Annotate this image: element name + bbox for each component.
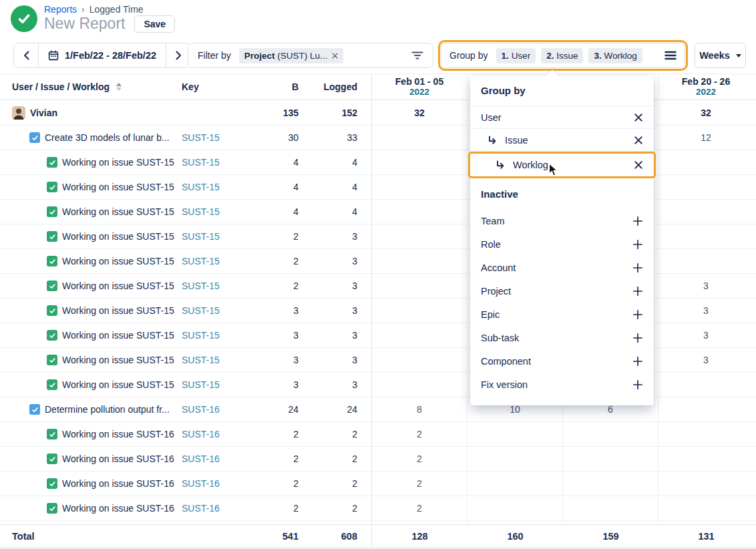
remove-group-icon[interactable] (634, 136, 643, 145)
issue-key-link[interactable]: SUST-16 (182, 503, 220, 514)
group-by-inactive-fix-version[interactable]: Fix version (470, 373, 654, 396)
week-value-cell[interactable]: 3 (658, 323, 753, 347)
issue-key-link[interactable]: SUST-15 (182, 157, 220, 168)
issue-key-link[interactable]: SUST-15 (182, 206, 220, 217)
week-value-cell[interactable]: 2 (371, 422, 467, 446)
sort-icon[interactable] (116, 83, 122, 91)
add-group-icon[interactable] (632, 239, 643, 250)
week-value-cell[interactable] (371, 274, 467, 298)
group-by-active-worklog[interactable]: Worklog (470, 154, 654, 176)
previous-period-button[interactable] (14, 43, 38, 67)
week-value-cell[interactable] (467, 496, 562, 520)
group-by-inactive-epic[interactable]: Epic (470, 303, 654, 326)
group-by-active-user[interactable]: User (470, 106, 654, 129)
period-granularity-select[interactable]: Weeks (695, 43, 746, 68)
remove-filter-icon[interactable] (332, 53, 338, 59)
week-value-cell[interactable] (658, 397, 753, 421)
week-value-cell[interactable] (658, 175, 753, 199)
week-value-cell[interactable] (371, 224, 467, 248)
group-by-active-issue[interactable]: Issue (470, 129, 654, 152)
next-period-button[interactable] (166, 43, 190, 67)
issue-key-link[interactable]: SUST-15 (182, 355, 220, 365)
week-value-cell[interactable] (371, 126, 467, 150)
filter-options-button[interactable] (411, 51, 423, 60)
add-group-icon[interactable] (632, 286, 643, 297)
add-group-icon[interactable] (632, 356, 643, 367)
group-by-inactive-account[interactable]: Account (470, 256, 654, 279)
issue-key-link[interactable]: SUST-15 (182, 330, 220, 341)
group-chip-user[interactable]: 1. User (496, 48, 536, 63)
week-value-cell[interactable] (371, 175, 467, 199)
column-header-logged[interactable]: Logged (299, 74, 357, 100)
week-value-cell[interactable]: 3 (658, 299, 753, 323)
table-row[interactable]: Working on issue SUST-16SUST-16222 (0, 422, 756, 447)
issue-key-link[interactable]: SUST-16 (182, 404, 220, 415)
week-value-cell[interactable] (371, 150, 467, 174)
week-value-cell[interactable] (658, 447, 753, 471)
table-row[interactable]: Working on issue SUST-16SUST-16222 (0, 496, 756, 521)
group-chip-worklog[interactable]: 3. Worklog (588, 48, 642, 63)
breadcrumb-reports-link[interactable]: Reports (44, 4, 77, 15)
week-value-cell[interactable] (467, 472, 562, 496)
save-button[interactable]: Save (134, 15, 175, 33)
group-by-inactive-project[interactable]: Project (470, 279, 654, 303)
week-value-cell[interactable] (562, 496, 658, 520)
week-value-cell[interactable] (658, 200, 753, 224)
issue-key-link[interactable]: SUST-15 (182, 182, 220, 192)
add-group-icon[interactable] (632, 333, 643, 343)
date-range-button[interactable]: 1/Feb/22 - 28/Feb/22 (38, 43, 166, 67)
week-value-cell[interactable]: 32 (371, 101, 467, 125)
week-value-cell[interactable] (467, 447, 562, 471)
issue-key-link[interactable]: SUST-15 (182, 281, 220, 291)
week-value-cell[interactable]: 2 (371, 472, 467, 496)
week-value-cell[interactable] (658, 472, 753, 496)
issue-key-link[interactable]: SUST-15 (182, 256, 220, 266)
remove-group-icon[interactable] (634, 160, 643, 170)
week-value-cell[interactable]: 12 (658, 126, 753, 150)
issue-key-link[interactable]: SUST-16 (182, 429, 220, 439)
filter-chip-project[interactable]: Project (SUST) Lu... (239, 48, 344, 63)
group-by-inactive-role[interactable]: Role (470, 232, 654, 256)
week-value-cell[interactable] (371, 249, 467, 273)
week-value-cell[interactable]: 3 (658, 348, 753, 372)
issue-key-link[interactable]: SUST-16 (182, 453, 220, 464)
add-group-icon[interactable] (632, 216, 643, 226)
week-value-cell[interactable] (658, 249, 753, 273)
week-value-cell[interactable] (562, 422, 658, 446)
week-value-cell[interactable] (467, 422, 562, 446)
column-header-name[interactable]: User / Issue / Worklog (12, 81, 110, 92)
week-value-cell[interactable]: 8 (371, 397, 467, 421)
add-group-icon[interactable] (632, 379, 643, 390)
group-chip-issue[interactable]: 2. Issue (541, 48, 583, 63)
week-value-cell[interactable] (658, 373, 753, 397)
week-value-cell[interactable]: 2 (371, 447, 467, 471)
table-row[interactable]: Working on issue SUST-16SUST-16222 (0, 447, 756, 472)
add-group-icon[interactable] (632, 262, 643, 273)
issue-key-link[interactable]: SUST-15 (182, 379, 220, 390)
issue-key-link[interactable]: SUST-15 (182, 231, 220, 242)
week-value-cell[interactable] (371, 200, 467, 224)
group-by-inactive-sub-task[interactable]: Sub-task (470, 326, 654, 349)
group-by-menu-button[interactable] (665, 51, 677, 60)
week-value-cell[interactable] (371, 299, 467, 323)
issue-key-link[interactable]: SUST-16 (182, 478, 220, 489)
week-value-cell[interactable] (562, 447, 658, 471)
week-value-cell[interactable] (371, 323, 467, 347)
week-value-cell[interactable] (658, 224, 753, 248)
column-header-key[interactable]: Key (182, 74, 250, 100)
group-by-inactive-component[interactable]: Component (470, 349, 654, 373)
column-header-b[interactable]: B (250, 74, 299, 100)
week-value-cell[interactable] (658, 150, 753, 174)
week-value-cell[interactable]: 3 (658, 274, 753, 298)
add-group-icon[interactable] (632, 309, 643, 320)
table-row[interactable]: Working on issue SUST-16SUST-16222 (0, 472, 756, 496)
group-by-inactive-team[interactable]: Team (470, 209, 654, 232)
issue-key-link[interactable]: SUST-15 (182, 132, 220, 143)
week-value-cell[interactable] (371, 348, 467, 372)
week-value-cell[interactable] (562, 472, 658, 496)
week-value-cell[interactable] (371, 373, 467, 397)
week-value-cell[interactable]: 32 (658, 101, 753, 125)
week-value-cell[interactable]: 2 (371, 496, 467, 520)
remove-group-icon[interactable] (634, 113, 643, 122)
issue-key-link[interactable]: SUST-15 (182, 305, 220, 316)
